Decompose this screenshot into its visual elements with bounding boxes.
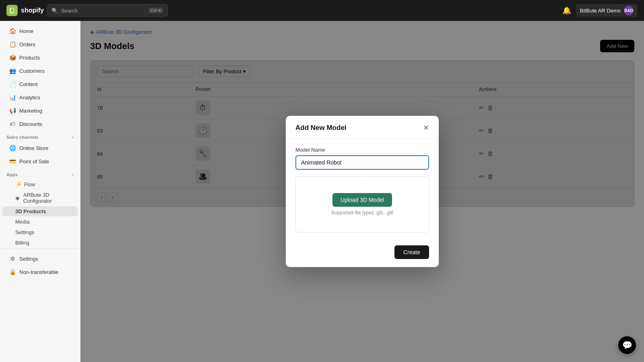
sidebar-sub-label: Billing xyxy=(15,240,29,246)
upload-3d-model-button[interactable]: Upload 3D Model xyxy=(332,193,392,207)
modal-overlay[interactable]: Add New Model ✕ Model Name Upload 3D Mod… xyxy=(80,21,644,362)
user-menu[interactable]: BitBute AR Demo BAD xyxy=(576,4,638,17)
sidebar-label: Point of Sale xyxy=(19,158,49,165)
content-icon: 📄 xyxy=(9,80,16,88)
analytics-icon: 📊 xyxy=(9,94,16,101)
sidebar-item-billing[interactable]: Billing xyxy=(2,238,78,248)
main-content: ◈ ARBute 3D Configurator 3D Models Add N… xyxy=(80,21,644,362)
search-placeholder-text: Search xyxy=(61,8,78,14)
create-button[interactable]: Create xyxy=(394,245,429,259)
settings-icon: ⚙ xyxy=(9,255,16,262)
arbute-icon: ◈ xyxy=(15,195,21,201)
sidebar-sub-label: Media xyxy=(15,219,29,225)
search-shortcut: Ctrl K xyxy=(148,8,163,13)
sidebar: 🏠Home📋Orders📦Products👥Customers📄Content📊… xyxy=(0,21,80,362)
modal-header: Add New Model ✕ xyxy=(286,116,439,139)
customers-icon: 👥 xyxy=(9,67,16,74)
chat-icon: 💬 xyxy=(622,340,632,350)
sidebar-item-discounts[interactable]: 🏷Discounts xyxy=(2,117,78,130)
sidebar-label: Non-transferable xyxy=(19,269,58,275)
top-navigation: shopify 🔍 Search Ctrl K 🔔 BitBute AR Dem… xyxy=(0,0,644,21)
shopify-logo[interactable]: shopify xyxy=(6,5,44,16)
online-store-icon: 🌐 xyxy=(9,144,16,152)
sidebar-item-point-of-sale[interactable]: 💳Point of Sale xyxy=(2,155,78,168)
sales-channels-section: Sales channels › xyxy=(0,131,80,141)
global-search[interactable]: 🔍 Search Ctrl K xyxy=(47,4,168,17)
sidebar-label: Marketing xyxy=(19,108,42,114)
sidebar-sub-label: ARBute 3D Configurator xyxy=(23,192,71,204)
sidebar-label: Home xyxy=(19,28,33,34)
sidebar-label: Online Store xyxy=(19,145,48,151)
modal-close-button[interactable]: ✕ xyxy=(423,124,429,132)
sidebar-item-flow[interactable]: ⚡Flow xyxy=(2,179,78,189)
sidebar-sub-label: 3D Products xyxy=(15,208,46,214)
add-new-model-modal: Add New Model ✕ Model Name Upload 3D Mod… xyxy=(286,116,439,267)
sidebar-label: Products xyxy=(19,55,40,61)
sidebar-item-arbute[interactable]: ◈ARBute 3D Configurator xyxy=(2,190,78,206)
sidebar-label: Analytics xyxy=(19,95,40,101)
notification-icon[interactable]: 🔔 xyxy=(562,6,571,15)
sidebar-sub-label: Flow xyxy=(24,181,35,187)
sidebar-item-media[interactable]: Media xyxy=(2,217,78,227)
point-of-sale-icon: 💳 xyxy=(9,158,16,165)
sidebar-label: Content xyxy=(19,81,38,87)
modal-footer: Create xyxy=(286,241,439,267)
sidebar-label: Orders xyxy=(19,41,35,47)
sidebar-item-settings-app[interactable]: Settings xyxy=(2,227,78,237)
non-transferable-icon: 🔒 xyxy=(9,268,16,276)
sidebar-label: Customers xyxy=(19,68,45,74)
apps-section: Apps › xyxy=(0,168,80,179)
sidebar-item-analytics[interactable]: 📊Analytics xyxy=(2,91,78,104)
shopify-icon xyxy=(6,5,18,16)
sidebar-item-settings[interactable]: ⚙Settings xyxy=(2,252,78,265)
upload-zone[interactable]: Upload 3D Model Supported file types .gl… xyxy=(295,176,429,232)
orders-icon: 📋 xyxy=(9,41,16,48)
home-icon: 🏠 xyxy=(9,27,16,35)
avatar: BAD xyxy=(624,6,634,15)
user-name: BitBute AR Demo xyxy=(580,8,621,14)
discounts-icon: 🏷 xyxy=(9,120,16,128)
sidebar-label: Discounts xyxy=(19,121,42,127)
model-name-input[interactable] xyxy=(295,155,429,170)
sidebar-item-non-transferable[interactable]: 🔒Non-transferable xyxy=(2,265,78,278)
sales-channels-expand-icon[interactable]: › xyxy=(72,135,74,140)
search-icon: 🔍 xyxy=(52,8,58,14)
model-name-label: Model Name xyxy=(295,147,429,153)
products-icon: 📦 xyxy=(9,54,16,61)
modal-body: Model Name Upload 3D Model Supported fil… xyxy=(286,139,439,241)
sidebar-item-3d-products[interactable]: 3D Products xyxy=(2,206,78,216)
sidebar-item-customers[interactable]: 👥Customers xyxy=(2,64,78,77)
sidebar-item-orders[interactable]: 📋Orders xyxy=(2,38,78,51)
flow-icon: ⚡ xyxy=(15,181,22,187)
sidebar-item-home[interactable]: 🏠Home xyxy=(2,25,78,37)
sidebar-item-products[interactable]: 📦Products xyxy=(2,51,78,64)
brand-name: shopify xyxy=(21,7,44,14)
sidebar-label: Settings xyxy=(19,256,38,262)
marketing-icon: 📢 xyxy=(9,107,16,114)
modal-title: Add New Model xyxy=(295,124,347,132)
sidebar-item-marketing[interactable]: 📢Marketing xyxy=(2,104,78,117)
sidebar-item-online-store[interactable]: 🌐Online Store xyxy=(2,142,78,154)
sidebar-sub-label: Settings xyxy=(15,229,34,235)
apps-expand-icon[interactable]: › xyxy=(72,172,74,177)
upload-hint-text: Supported file types .glb, .gltf xyxy=(331,210,394,216)
sidebar-item-content[interactable]: 📄Content xyxy=(2,78,78,90)
chat-fab-button[interactable]: 💬 xyxy=(618,336,636,354)
